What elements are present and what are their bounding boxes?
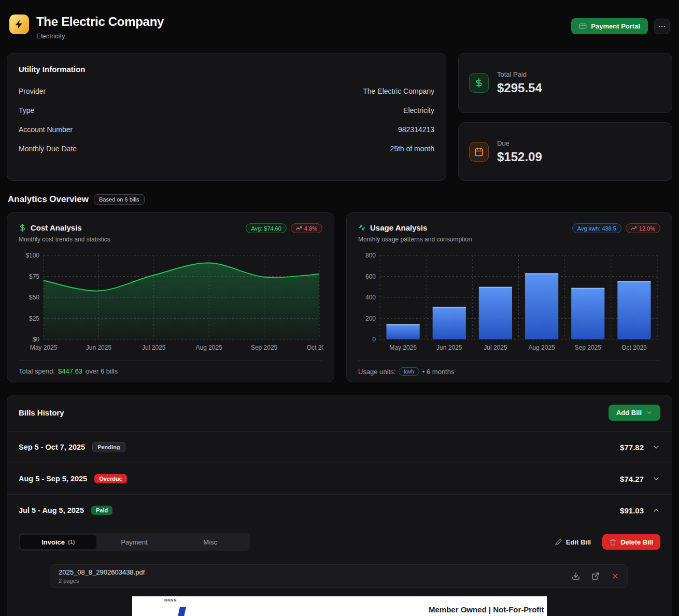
- bill-detail-panel: Invoice (1) Payment Misc Ed: [7, 526, 672, 616]
- info-label: Monthly Due Date: [19, 145, 77, 153]
- delete-bill-label: Delete Bill: [620, 538, 653, 546]
- svg-text:0: 0: [372, 336, 376, 343]
- bill-period: Aug 5 - Sep 5, 2025: [19, 475, 87, 483]
- payment-portal-label: Payment Portal: [591, 22, 640, 30]
- chevron-down-icon: [646, 409, 653, 416]
- app-header: The Electric Company Electricity Payment…: [9, 15, 670, 40]
- tab-invoice-count: (1): [68, 539, 75, 545]
- svg-text:$25: $25: [29, 315, 39, 322]
- svg-text:Sep 2025: Sep 2025: [575, 344, 602, 351]
- due-text: Due $152.09: [497, 139, 542, 164]
- tab-misc[interactable]: Misc: [172, 535, 248, 549]
- brand: The Electric Company Electricity: [9, 15, 164, 40]
- cost-analysis-titles: Cost Analysis Monthly cost trends and st…: [19, 223, 110, 243]
- total-paid-card: Total Paid $295.54: [458, 53, 672, 113]
- info-value: 982314213: [398, 125, 434, 134]
- bill-row-aug-sep[interactable]: Aug 5 - Sep 5, 2025 Overdue $74.27: [7, 463, 672, 494]
- utility-bill-page: The Electric Company Electricity Payment…: [0, 0, 679, 616]
- external-link-icon[interactable]: [591, 572, 600, 580]
- usage-analysis-badges: Avg kwh: 438.5 12.0%: [572, 223, 660, 233]
- edit-bill-label: Edit Bill: [566, 538, 591, 546]
- svg-text:Sep 2025: Sep 2025: [251, 344, 278, 351]
- invoice-file-info: 2025_08_8_2902603438.pdf 2 pages: [59, 568, 145, 584]
- svg-text:$50: $50: [29, 294, 39, 301]
- pdf-logo-mark: [178, 607, 186, 616]
- total-paid-value: $295.54: [497, 81, 542, 95]
- more-options-button[interactable]: [654, 19, 670, 34]
- svg-text:Aug 2025: Aug 2025: [196, 344, 223, 351]
- avg-cost-badge: Avg: $74.60: [246, 223, 287, 233]
- cost-analysis-subtitle: Monthly cost trends and statistics: [19, 236, 110, 243]
- total-paid-label: Total Paid: [497, 70, 542, 78]
- total-spend-label: Total spend:: [19, 367, 55, 375]
- title-block: The Electric Company Electricity: [36, 15, 164, 40]
- pdf-header-text: NNNN: [164, 598, 177, 602]
- svg-text:Jul 2025: Jul 2025: [484, 344, 507, 351]
- add-bill-label: Add Bill: [616, 409, 642, 417]
- info-row-provider: Provider The Electric Company: [19, 87, 434, 95]
- invoice-file-actions: [572, 572, 619, 580]
- download-icon[interactable]: [572, 572, 580, 580]
- trash-icon: [610, 539, 616, 546]
- usage-trend-value: 12.0%: [639, 225, 655, 232]
- bill-detail-actions: Edit Bill Delete Bill: [549, 534, 660, 550]
- chevron-down-icon: [652, 443, 660, 451]
- due-label: Due: [497, 139, 542, 147]
- ellipsis-icon: [658, 22, 666, 31]
- total-spend-amount: $447.63: [58, 367, 82, 375]
- info-row-type: Type Electricity: [19, 106, 434, 114]
- edit-bill-button[interactable]: Edit Bill: [549, 534, 597, 550]
- usage-analysis-header: Usage Analysis Monthly usage patterns an…: [358, 223, 660, 243]
- svg-text:Oct 2025: Oct 2025: [621, 344, 647, 351]
- kwh-unit-badge: kwh: [399, 367, 419, 376]
- trending-up-icon: [631, 225, 636, 231]
- svg-text:Jul 2025: Jul 2025: [142, 344, 166, 351]
- pdf-preview: NNNN Member Owned | Not-For-Profit: [132, 596, 547, 616]
- analytics-overview-heading: Analytics Overview Based on 6 bills: [8, 194, 671, 205]
- tab-payment[interactable]: Payment: [96, 535, 173, 549]
- due-value: $152.09: [497, 150, 542, 164]
- usage-analysis-titles: Usage Analysis Monthly usage patterns an…: [358, 223, 472, 243]
- bill-amount: $77.82: [620, 443, 644, 452]
- payment-portal-button[interactable]: Payment Portal: [571, 18, 648, 34]
- svg-text:Aug 2025: Aug 2025: [528, 344, 555, 351]
- info-row-account-number: Account Number 982314213: [19, 125, 434, 134]
- cost-trend-badge: 4.8%: [291, 223, 322, 233]
- bill-row-jul-aug[interactable]: Jul 5 - Aug 5, 2025 Paid $91.03: [7, 494, 672, 526]
- add-bill-button[interactable]: Add Bill: [609, 405, 660, 421]
- status-badge: Paid: [91, 506, 112, 515]
- delete-bill-button[interactable]: Delete Bill: [602, 534, 660, 550]
- bill-period: Jul 5 - Aug 5, 2025: [19, 506, 84, 514]
- utility-information-card: Utility Information Provider The Electri…: [7, 53, 446, 181]
- due-card: Due $152.09: [458, 122, 672, 181]
- bill-row-sep-oct[interactable]: Sep 5 - Oct 7, 2025 Pending $77.82: [7, 431, 672, 463]
- svg-text:$75: $75: [29, 273, 39, 280]
- chevron-down-icon: [652, 475, 660, 483]
- usage-analysis-footer: Usage units: kwh • 6 months: [358, 360, 660, 376]
- usage-units-label: Usage units:: [358, 368, 395, 376]
- invoice-file-pages: 2 pages: [59, 578, 145, 584]
- status-badge: Overdue: [94, 474, 127, 483]
- cost-analysis-header: Cost Analysis Monthly cost trends and st…: [19, 223, 322, 243]
- avg-kwh-badge: Avg kwh: 438.5: [572, 223, 621, 233]
- tab-invoice[interactable]: Invoice (1): [20, 535, 96, 549]
- tab-misc-label: Misc: [203, 538, 217, 546]
- bill-amount: $91.03: [620, 506, 644, 515]
- pdf-tagline: Member Owned | Not-For-Profit: [429, 605, 544, 614]
- total-paid-text: Total Paid $295.54: [497, 70, 542, 95]
- remove-file-icon[interactable]: [611, 572, 619, 580]
- cost-analysis-chart: $0$25$50$75$100May 2025Jun 2025Jul 2025A…: [19, 250, 322, 356]
- total-spend-suffix: over 6 bills: [86, 367, 118, 375]
- info-row-monthly-due-date: Monthly Due Date 25th of month: [19, 145, 434, 153]
- svg-text:$0: $0: [33, 336, 40, 343]
- activity-icon: [358, 224, 366, 232]
- svg-text:400: 400: [365, 294, 376, 301]
- cost-analysis-badges: Avg: $74.60 4.8%: [246, 223, 322, 233]
- svg-text:Jun 2025: Jun 2025: [436, 344, 462, 351]
- usage-trend-badge: 12.0%: [626, 223, 660, 233]
- summary-column: Total Paid $295.54 Due $152.09: [458, 53, 672, 181]
- dollar-sign-icon: [19, 224, 26, 232]
- usage-analysis-card: Usage Analysis Monthly usage patterns an…: [346, 212, 672, 382]
- page-title: The Electric Company: [36, 15, 164, 29]
- info-label: Type: [19, 106, 34, 114]
